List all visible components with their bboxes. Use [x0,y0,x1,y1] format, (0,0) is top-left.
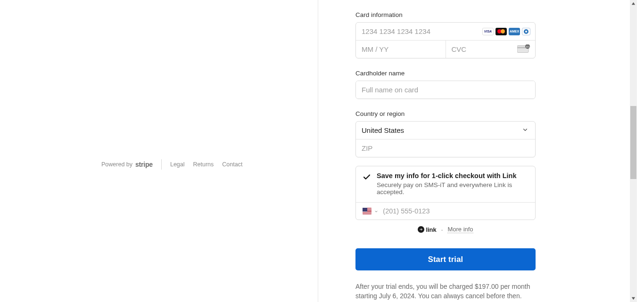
card-info-label: Card information [355,11,536,18]
country-label: Country or region [355,110,536,117]
card-field-group: VISA AMEX [355,22,536,58]
link-logo: link [418,226,436,233]
divider [161,159,162,170]
link-brand-text: link [426,226,436,233]
cardholder-input[interactable] [356,81,535,98]
start-trial-button[interactable]: Start trial [355,248,536,270]
footer: Powered by stripe Legal Returns Contact [101,159,242,170]
visa-icon: VISA [482,28,494,35]
link-save-subtitle: Securely pay on SMS-iT and everywhere Li… [377,181,528,196]
diners-icon [522,28,530,35]
summary-pane: Powered by stripe Legal Returns Contact [0,0,318,302]
scroll-up-button[interactable] [630,0,637,7]
phone-country-chevron-icon[interactable] [374,207,378,215]
amex-icon: AMEX [509,28,520,35]
link-save-box: Save my info for 1-click checkout with L… [355,166,536,220]
powered-by-stripe[interactable]: Powered by stripe [101,161,153,168]
scrollbar[interactable] [630,0,637,302]
returns-link[interactable]: Returns [193,161,214,168]
link-footer: link · More info [355,226,536,233]
link-save-title: Save my info for 1-click checkout with L… [377,172,528,180]
svg-text:111: 111 [526,45,530,48]
scroll-down-button[interactable] [630,295,637,302]
dot-separator: · [441,226,443,233]
cvc-card-icon: 111 [517,44,530,54]
cardholder-label: Cardholder name [355,70,536,77]
mastercard-icon [495,28,507,35]
scroll-thumb[interactable] [630,106,636,179]
legal-link[interactable]: Legal [170,161,185,168]
card-brand-icons: VISA AMEX [482,28,530,35]
country-select[interactable]: United States [356,122,535,139]
powered-by-text: Powered by [101,161,132,168]
link-phone-input[interactable] [383,207,528,215]
link-more-info[interactable]: More info [447,226,473,233]
us-flag-icon[interactable] [363,208,372,214]
cardholder-field [355,81,536,99]
zip-input[interactable] [356,139,535,157]
stripe-logo: stripe [135,161,153,168]
country-field-group: United States [355,121,536,157]
link-save-checkbox[interactable] [363,173,371,181]
link-logo-icon [418,226,424,233]
card-number-field: VISA AMEX [356,23,535,40]
trial-disclaimer: After your trial ends, you will be charg… [355,282,536,301]
card-expiry-input[interactable] [356,41,446,58]
contact-link[interactable]: Contact [222,161,242,168]
payment-pane: Card information VISA AMEX [318,0,637,302]
